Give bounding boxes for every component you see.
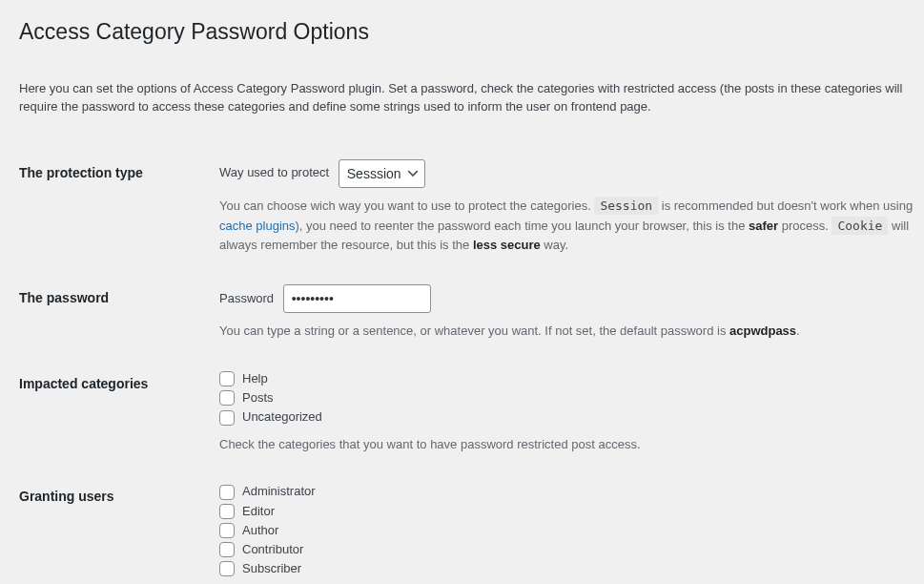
category-row-uncategorized: Uncategorized <box>219 408 914 426</box>
password-input[interactable] <box>283 284 431 313</box>
user-label-subscriber: Subscriber <box>242 560 301 577</box>
category-checkbox-posts[interactable] <box>219 390 235 406</box>
user-checkbox-subscriber[interactable] <box>219 561 235 576</box>
category-row-help: Help <box>219 370 914 387</box>
password-heading: The password <box>19 270 210 356</box>
page-title: Access Category Password Options <box>19 10 924 51</box>
protection-desc-text3: ), you need to reenter the password each… <box>296 219 749 233</box>
protection-code-session: Session <box>594 197 658 215</box>
user-row-subscriber: Subscriber <box>219 560 914 577</box>
protection-desc-text1: You can choose wich way you want to use … <box>219 198 594 213</box>
user-row-administrator: Administrator <box>219 483 914 500</box>
user-row-author: Author <box>219 522 914 539</box>
protection-description: You can choose wich way you want to use … <box>219 197 914 256</box>
users-checkbox-list: Administrator Editor Author Contributor <box>219 483 914 577</box>
user-label-contributor: Contributor <box>242 541 303 558</box>
category-checkbox-uncategorized[interactable] <box>219 410 235 426</box>
protection-type-select[interactable]: Sesssion Cookie <box>339 159 425 188</box>
protection-desc-text4: process. <box>778 219 832 233</box>
categories-description: Check the categories that you want to ha… <box>219 435 914 455</box>
category-checkbox-help[interactable] <box>219 371 235 386</box>
user-label-editor: Editor <box>242 503 275 520</box>
user-row-contributor: Contributor <box>219 541 914 558</box>
categories-checkbox-list: Help Posts Uncategorized <box>219 370 914 427</box>
intro-text: Here you can set the options of Access C… <box>19 79 924 116</box>
user-checkbox-editor[interactable] <box>219 504 235 519</box>
user-label-administrator: Administrator <box>242 483 316 500</box>
protection-desc-text2: is recommended but doesn't work when usi… <box>658 198 913 213</box>
protection-type-heading: The protection type <box>19 145 210 270</box>
user-label-author: Author <box>242 522 278 539</box>
granting-users-heading: Granting users <box>19 469 210 584</box>
user-checkbox-contributor[interactable] <box>219 542 235 557</box>
protection-type-label: Way used to protect <box>219 163 329 182</box>
cache-plugins-link[interactable]: cache plugins <box>219 219 296 233</box>
category-label-help: Help <box>242 370 268 387</box>
password-label: Password <box>219 289 274 308</box>
impacted-categories-heading: Impacted categories <box>19 356 210 469</box>
password-description: You can type a string or a sentence, or … <box>219 322 914 342</box>
protection-strong-lesssecure: less secure <box>473 238 541 252</box>
user-checkbox-author[interactable] <box>219 523 235 538</box>
password-desc-text2: . <box>796 323 800 338</box>
protection-strong-safer: safer <box>749 219 778 233</box>
protection-code-cookie: Cookie <box>832 217 888 235</box>
category-label-uncategorized: Uncategorized <box>242 408 322 426</box>
category-row-posts: Posts <box>219 389 914 407</box>
protection-desc-text6: way. <box>541 238 568 252</box>
category-label-posts: Posts <box>242 389 274 407</box>
password-default-strong: acpwdpass <box>729 323 796 338</box>
password-desc-text1: You can type a string or a sentence, or … <box>219 323 729 338</box>
user-row-editor: Editor <box>219 503 914 520</box>
user-checkbox-administrator[interactable] <box>219 485 235 500</box>
